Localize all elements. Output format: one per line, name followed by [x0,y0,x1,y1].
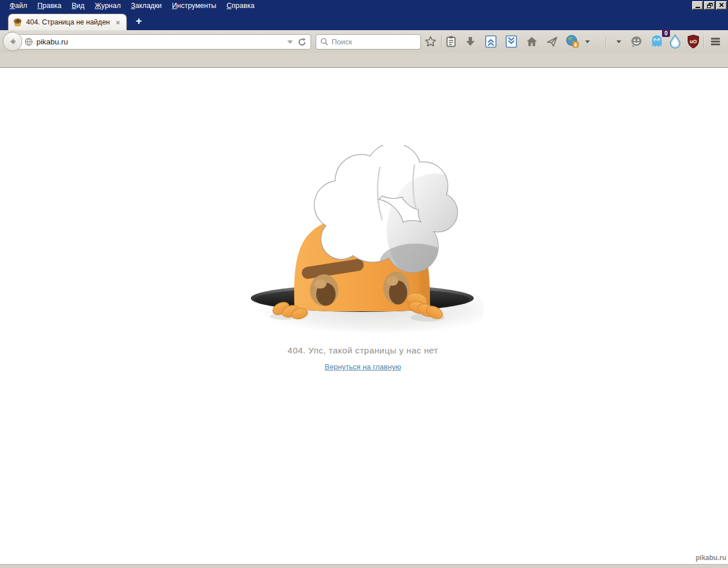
send-plane-icon [545,35,559,48]
overflow-dropdown-icon [617,40,621,43]
ublock-label: uO [690,39,697,44]
toolbar-separator [606,36,606,48]
tab-bar: 404. Страница не найдена × + [0,12,728,30]
search-bar[interactable] [316,34,421,50]
pikabu-404-mascot-illustration [245,145,483,344]
restore-icon [707,3,713,8]
url-input[interactable] [36,38,287,46]
titlebar: Файл Правка Вид Журнал Закладки Инструме… [0,0,728,12]
tab-title: 404. Страница не найдена [26,18,110,26]
bookmarks-list-icon [445,35,457,48]
menu-help[interactable]: Справка [221,0,259,12]
pikabu-favicon [13,18,22,27]
window-controls: ✕ [692,1,727,10]
toolbar-separator [704,36,704,48]
page-content: 404. Упс, такой страницы у нас нет Верну… [0,68,728,564]
toolbar-dropdown-icon [585,40,590,43]
bookmark-star-icon [424,35,437,48]
search-input[interactable] [332,38,416,46]
menu-bookmarks[interactable]: Закладки [126,0,167,12]
ublock-button[interactable]: uO [684,32,702,51]
scroll-to-top-icon [484,35,498,48]
ghostery-button[interactable]: 0 [648,32,666,51]
menu-view[interactable]: Вид [67,0,90,12]
scroll-to-bottom-icon [504,35,518,48]
error-heading: 404. Упс, такой страницы у нас нет [0,345,726,356]
downloads-button[interactable] [461,32,479,51]
navigation-toolbar: 0 uO [0,30,728,53]
back-button[interactable] [3,32,22,51]
menu-history[interactable]: Журнал [90,0,126,12]
bookmark-star-button[interactable] [421,32,440,51]
bookmarks-list-button[interactable] [442,32,460,51]
restore-button[interactable] [704,1,715,10]
menu-hamburger-button[interactable] [706,32,725,51]
url-bar[interactable] [14,34,311,50]
tab-active[interactable]: 404. Страница не найдена × [8,14,127,30]
site-globe-icon [24,38,33,46]
overflow-dropdown-button[interactable] [613,32,625,51]
window-bottom-border [0,564,728,568]
search-magnifier-icon [320,38,329,46]
url-dropdown-icon[interactable] [287,40,293,44]
smiley-addon-button[interactable] [627,32,646,51]
reload-button[interactable] [297,38,307,47]
globe-download-icon [565,34,580,49]
minimize-icon [696,7,700,8]
close-button[interactable]: ✕ [716,1,727,10]
smiley-bubble-icon [630,35,643,48]
download-helper-button[interactable] [564,32,582,51]
new-tab-button[interactable]: + [131,15,146,27]
browser-window: Файл Правка Вид Журнал Закладки Инструме… [0,0,728,568]
menu-tools[interactable]: Инструменты [167,0,221,12]
menu-edit[interactable]: Правка [32,0,67,12]
downloads-arrow-icon [464,35,477,48]
water-drop-icon [668,34,682,49]
drop-addon-button[interactable] [666,32,684,51]
hamburger-menu-icon [709,35,722,48]
menu-bar: Файл Правка Вид Журнал Закладки Инструме… [0,0,259,12]
back-icon [7,36,18,47]
return-home-link[interactable]: Вернуться на главную [325,363,401,371]
minimize-button[interactable] [692,1,703,10]
ublock-shield-icon: uO [686,34,700,49]
download-helper-dropdown[interactable] [581,32,594,51]
home-icon [525,35,539,48]
send-button[interactable] [543,32,561,51]
scroll-to-bottom-button[interactable] [502,32,520,51]
watermark: pikabu.ru [696,554,726,562]
bookmarks-toolbar [0,53,728,68]
tab-close-icon[interactable]: × [114,18,122,27]
menu-file[interactable]: Файл [5,0,32,12]
scroll-to-top-button[interactable] [482,32,500,51]
close-icon: ✕ [718,2,724,9]
reload-icon [297,38,307,47]
home-button[interactable] [523,32,541,51]
